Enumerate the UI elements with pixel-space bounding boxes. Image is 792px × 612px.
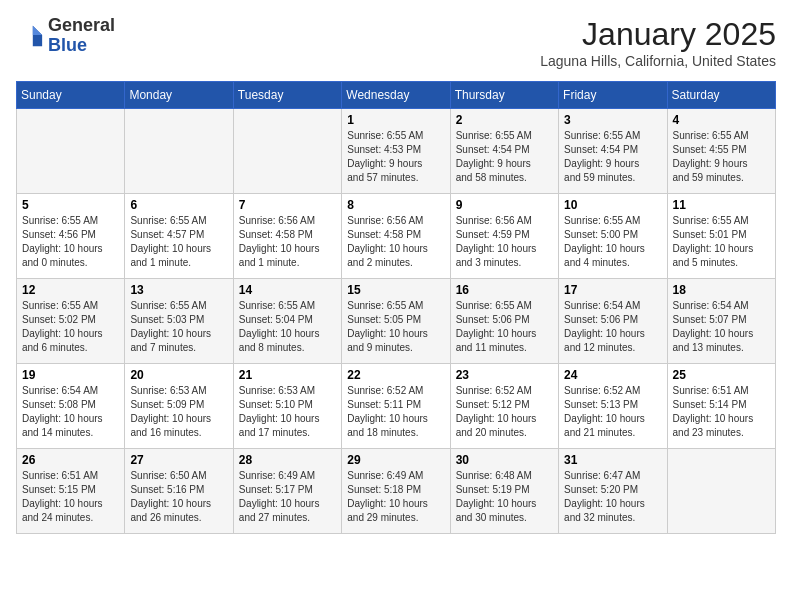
- calendar-cell: 2Sunrise: 6:55 AM Sunset: 4:54 PM Daylig…: [450, 109, 558, 194]
- day-number: 11: [673, 198, 770, 212]
- day-info: Sunrise: 6:49 AM Sunset: 5:18 PM Dayligh…: [347, 469, 444, 525]
- calendar-cell: 25Sunrise: 6:51 AM Sunset: 5:14 PM Dayli…: [667, 364, 775, 449]
- logo-blue-text: Blue: [48, 36, 115, 56]
- title-block: January 2025 Laguna Hills, California, U…: [540, 16, 776, 69]
- day-info: Sunrise: 6:53 AM Sunset: 5:09 PM Dayligh…: [130, 384, 227, 440]
- calendar-week-row: 12Sunrise: 6:55 AM Sunset: 5:02 PM Dayli…: [17, 279, 776, 364]
- day-info: Sunrise: 6:54 AM Sunset: 5:08 PM Dayligh…: [22, 384, 119, 440]
- calendar-cell: 29Sunrise: 6:49 AM Sunset: 5:18 PM Dayli…: [342, 449, 450, 534]
- day-info: Sunrise: 6:55 AM Sunset: 4:53 PM Dayligh…: [347, 129, 444, 185]
- weekday-header-wednesday: Wednesday: [342, 82, 450, 109]
- calendar-cell: 8Sunrise: 6:56 AM Sunset: 4:58 PM Daylig…: [342, 194, 450, 279]
- weekday-header-thursday: Thursday: [450, 82, 558, 109]
- day-number: 19: [22, 368, 119, 382]
- calendar-cell: 1Sunrise: 6:55 AM Sunset: 4:53 PM Daylig…: [342, 109, 450, 194]
- calendar-cell: 26Sunrise: 6:51 AM Sunset: 5:15 PM Dayli…: [17, 449, 125, 534]
- calendar-cell: 16Sunrise: 6:55 AM Sunset: 5:06 PM Dayli…: [450, 279, 558, 364]
- day-info: Sunrise: 6:55 AM Sunset: 4:54 PM Dayligh…: [456, 129, 553, 185]
- calendar-week-row: 26Sunrise: 6:51 AM Sunset: 5:15 PM Dayli…: [17, 449, 776, 534]
- calendar-cell: [125, 109, 233, 194]
- day-info: Sunrise: 6:55 AM Sunset: 5:01 PM Dayligh…: [673, 214, 770, 270]
- day-info: Sunrise: 6:55 AM Sunset: 5:05 PM Dayligh…: [347, 299, 444, 355]
- day-info: Sunrise: 6:56 AM Sunset: 4:59 PM Dayligh…: [456, 214, 553, 270]
- day-number: 14: [239, 283, 336, 297]
- weekday-header-friday: Friday: [559, 82, 667, 109]
- calendar-cell: [667, 449, 775, 534]
- calendar-cell: 4Sunrise: 6:55 AM Sunset: 4:55 PM Daylig…: [667, 109, 775, 194]
- day-number: 13: [130, 283, 227, 297]
- day-info: Sunrise: 6:55 AM Sunset: 4:55 PM Dayligh…: [673, 129, 770, 185]
- day-info: Sunrise: 6:54 AM Sunset: 5:07 PM Dayligh…: [673, 299, 770, 355]
- calendar-cell: 12Sunrise: 6:55 AM Sunset: 5:02 PM Dayli…: [17, 279, 125, 364]
- day-info: Sunrise: 6:55 AM Sunset: 5:06 PM Dayligh…: [456, 299, 553, 355]
- day-info: Sunrise: 6:55 AM Sunset: 4:54 PM Dayligh…: [564, 129, 661, 185]
- day-number: 15: [347, 283, 444, 297]
- weekday-header-tuesday: Tuesday: [233, 82, 341, 109]
- calendar-cell: 24Sunrise: 6:52 AM Sunset: 5:13 PM Dayli…: [559, 364, 667, 449]
- day-info: Sunrise: 6:55 AM Sunset: 5:02 PM Dayligh…: [22, 299, 119, 355]
- calendar-cell: 9Sunrise: 6:56 AM Sunset: 4:59 PM Daylig…: [450, 194, 558, 279]
- day-info: Sunrise: 6:52 AM Sunset: 5:12 PM Dayligh…: [456, 384, 553, 440]
- day-info: Sunrise: 6:51 AM Sunset: 5:14 PM Dayligh…: [673, 384, 770, 440]
- day-info: Sunrise: 6:52 AM Sunset: 5:13 PM Dayligh…: [564, 384, 661, 440]
- day-info: Sunrise: 6:56 AM Sunset: 4:58 PM Dayligh…: [347, 214, 444, 270]
- day-info: Sunrise: 6:53 AM Sunset: 5:10 PM Dayligh…: [239, 384, 336, 440]
- calendar-cell: 22Sunrise: 6:52 AM Sunset: 5:11 PM Dayli…: [342, 364, 450, 449]
- calendar-cell: 23Sunrise: 6:52 AM Sunset: 5:12 PM Dayli…: [450, 364, 558, 449]
- weekday-header-monday: Monday: [125, 82, 233, 109]
- calendar-week-row: 5Sunrise: 6:55 AM Sunset: 4:56 PM Daylig…: [17, 194, 776, 279]
- day-number: 17: [564, 283, 661, 297]
- day-info: Sunrise: 6:55 AM Sunset: 5:00 PM Dayligh…: [564, 214, 661, 270]
- calendar-cell: 15Sunrise: 6:55 AM Sunset: 5:05 PM Dayli…: [342, 279, 450, 364]
- day-number: 10: [564, 198, 661, 212]
- day-number: 28: [239, 453, 336, 467]
- calendar-cell: 10Sunrise: 6:55 AM Sunset: 5:00 PM Dayli…: [559, 194, 667, 279]
- calendar-cell: 7Sunrise: 6:56 AM Sunset: 4:58 PM Daylig…: [233, 194, 341, 279]
- day-number: 16: [456, 283, 553, 297]
- day-number: 12: [22, 283, 119, 297]
- day-info: Sunrise: 6:52 AM Sunset: 5:11 PM Dayligh…: [347, 384, 444, 440]
- day-info: Sunrise: 6:55 AM Sunset: 5:04 PM Dayligh…: [239, 299, 336, 355]
- day-number: 31: [564, 453, 661, 467]
- day-info: Sunrise: 6:55 AM Sunset: 4:56 PM Dayligh…: [22, 214, 119, 270]
- day-number: 3: [564, 113, 661, 127]
- header: General Blue January 2025 Laguna Hills, …: [16, 16, 776, 69]
- calendar-cell: 3Sunrise: 6:55 AM Sunset: 4:54 PM Daylig…: [559, 109, 667, 194]
- day-number: 5: [22, 198, 119, 212]
- day-info: Sunrise: 6:51 AM Sunset: 5:15 PM Dayligh…: [22, 469, 119, 525]
- day-info: Sunrise: 6:47 AM Sunset: 5:20 PM Dayligh…: [564, 469, 661, 525]
- day-number: 18: [673, 283, 770, 297]
- day-number: 29: [347, 453, 444, 467]
- calendar-table: SundayMondayTuesdayWednesdayThursdayFrid…: [16, 81, 776, 534]
- weekday-header-saturday: Saturday: [667, 82, 775, 109]
- calendar-cell: 28Sunrise: 6:49 AM Sunset: 5:17 PM Dayli…: [233, 449, 341, 534]
- calendar-cell: 21Sunrise: 6:53 AM Sunset: 5:10 PM Dayli…: [233, 364, 341, 449]
- day-number: 21: [239, 368, 336, 382]
- day-number: 30: [456, 453, 553, 467]
- calendar-cell: [17, 109, 125, 194]
- day-number: 8: [347, 198, 444, 212]
- calendar-title: January 2025: [540, 16, 776, 53]
- day-info: Sunrise: 6:49 AM Sunset: 5:17 PM Dayligh…: [239, 469, 336, 525]
- day-number: 9: [456, 198, 553, 212]
- logo-icon: [16, 22, 44, 50]
- calendar-cell: 27Sunrise: 6:50 AM Sunset: 5:16 PM Dayli…: [125, 449, 233, 534]
- calendar-cell: 11Sunrise: 6:55 AM Sunset: 5:01 PM Dayli…: [667, 194, 775, 279]
- day-info: Sunrise: 6:56 AM Sunset: 4:58 PM Dayligh…: [239, 214, 336, 270]
- day-number: 23: [456, 368, 553, 382]
- logo: General Blue: [16, 16, 115, 56]
- calendar-cell: 20Sunrise: 6:53 AM Sunset: 5:09 PM Dayli…: [125, 364, 233, 449]
- calendar-week-row: 1Sunrise: 6:55 AM Sunset: 4:53 PM Daylig…: [17, 109, 776, 194]
- day-number: 6: [130, 198, 227, 212]
- calendar-cell: 17Sunrise: 6:54 AM Sunset: 5:06 PM Dayli…: [559, 279, 667, 364]
- calendar-cell: 19Sunrise: 6:54 AM Sunset: 5:08 PM Dayli…: [17, 364, 125, 449]
- day-info: Sunrise: 6:55 AM Sunset: 5:03 PM Dayligh…: [130, 299, 227, 355]
- day-number: 1: [347, 113, 444, 127]
- day-info: Sunrise: 6:55 AM Sunset: 4:57 PM Dayligh…: [130, 214, 227, 270]
- calendar-cell: 6Sunrise: 6:55 AM Sunset: 4:57 PM Daylig…: [125, 194, 233, 279]
- day-number: 4: [673, 113, 770, 127]
- logo-general-text: General: [48, 16, 115, 36]
- calendar-subtitle: Laguna Hills, California, United States: [540, 53, 776, 69]
- calendar-cell: [233, 109, 341, 194]
- weekday-header-sunday: Sunday: [17, 82, 125, 109]
